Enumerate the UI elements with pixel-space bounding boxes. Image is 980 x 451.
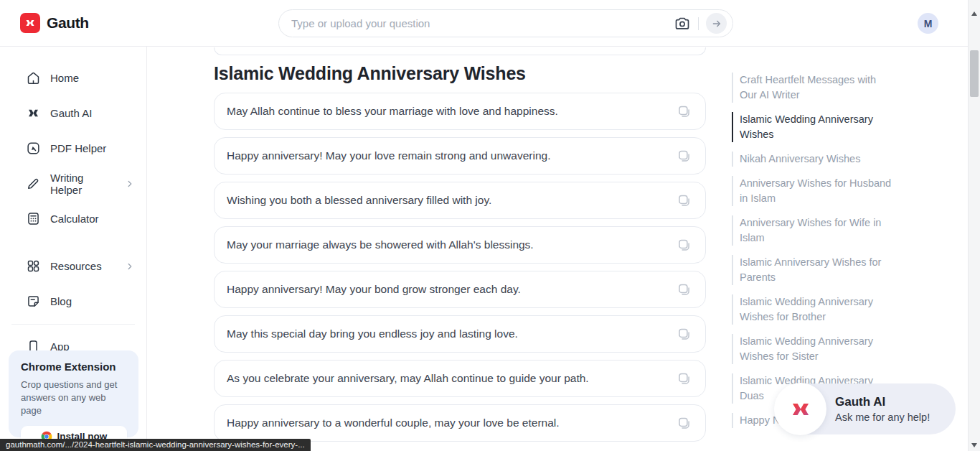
sidebar-item[interactable]: PDF Helper: [0, 131, 146, 166]
wish-text: Wishing you both a blessed anniversary f…: [227, 194, 491, 207]
camera-icon[interactable]: [674, 15, 691, 32]
sidebar-item[interactable]: Gauth AI: [0, 96, 146, 131]
search-bar[interactable]: [278, 9, 733, 37]
copy-button[interactable]: [677, 327, 692, 342]
wish-card: May your marriage always be showered wit…: [214, 226, 706, 264]
gauth-logo[interactable]: Gauth: [20, 13, 89, 33]
gauth-ai-icon: [26, 106, 41, 121]
copy-icon: [677, 238, 692, 253]
scrolled-card-edge: [214, 47, 706, 55]
sidebar-primary-nav: Home Gauth AI PDF Helper: [0, 60, 146, 236]
wish-text: As you celebrate your anniversary, may A…: [227, 372, 589, 385]
copy-icon: [677, 104, 692, 119]
scrollbar-up-arrow[interactable]: [971, 11, 977, 16]
copy-icon: [677, 149, 692, 164]
search-divider: [698, 17, 699, 30]
user-avatar[interactable]: M: [918, 13, 938, 34]
wish-card: Happy anniversary! May your love remain …: [214, 137, 706, 175]
wish-text: Happy anniversary to a wonderful couple,…: [227, 417, 560, 429]
sidebar-item-label: Home: [50, 72, 79, 84]
sidebar-item[interactable]: Blog: [0, 284, 146, 319]
browser-scrollbar[interactable]: [968, 0, 980, 451]
copy-icon: [677, 371, 692, 386]
gauth-logo-icon: [20, 13, 40, 33]
sidebar-divider: [11, 324, 135, 325]
left-sidebar: Home Gauth AI PDF Helper: [0, 47, 147, 451]
toc-item[interactable]: Craft Heartfelt Messages with Our AI Wri…: [732, 73, 895, 103]
copy-button[interactable]: [677, 149, 692, 164]
pdf-helper-icon: [26, 141, 41, 156]
toc-item[interactable]: Islamic Wedding Anniversary Wishes for S…: [732, 334, 895, 364]
sidebar-secondary-nav: Resources Blog: [0, 248, 146, 319]
sidebar-item[interactable]: Writing Helper: [0, 166, 146, 201]
main-content: Islamic Wedding Anniversary Wishes May A…: [214, 47, 706, 451]
copy-button[interactable]: [677, 238, 692, 253]
submit-question-button[interactable]: [706, 13, 727, 34]
copy-button[interactable]: [677, 282, 692, 297]
gauth-logo-text: Gauth: [47, 14, 89, 32]
copy-button[interactable]: [677, 193, 692, 208]
wish-text: May your marriage always be showered wit…: [227, 238, 534, 251]
arrow-right-icon: [711, 18, 722, 29]
search-input[interactable]: [291, 17, 666, 29]
copy-button[interactable]: [677, 371, 692, 386]
toc-item[interactable]: Islamic Anniversary Wishes for Parents: [732, 255, 895, 285]
top-header: Gauth M: [0, 0, 968, 47]
table-of-contents: Craft Heartfelt Messages with Our AI Wri…: [732, 73, 895, 428]
toc-item[interactable]: Nikah Anniversary Wishes: [732, 152, 895, 167]
chevron-right-icon: [125, 179, 135, 189]
extension-description: Crop questions and get answers on any we…: [21, 378, 127, 417]
wish-text: Happy anniversary! May your bond grow st…: [227, 283, 521, 296]
sidebar-item-label: Writing Helper: [50, 172, 116, 196]
wish-text: May Allah continue to bless your marriag…: [227, 105, 558, 118]
sidebar-item-label: Blog: [50, 295, 72, 307]
gauth-ai-chat-widget[interactable]: Gauth AI Ask me for any help!: [775, 383, 956, 434]
sidebar-item[interactable]: Resources: [0, 248, 146, 284]
status-url-tooltip: gauthmath.com/.../2024-heartfelt-islamic…: [0, 439, 311, 451]
toc-item[interactable]: Islamic Wedding Anniversary Wishes for B…: [732, 294, 895, 325]
resources-icon: [26, 259, 41, 274]
gauth-ai-logo: [774, 383, 826, 435]
wish-text: May this special day bring you endless j…: [227, 327, 518, 340]
wish-card: Happy anniversary! May your bond grow st…: [214, 271, 706, 308]
copy-icon: [677, 282, 692, 297]
chat-widget-title: Gauth AI: [835, 395, 930, 409]
wish-card: May this special day bring you endless j…: [214, 315, 706, 353]
chevron-right-icon: [125, 261, 135, 271]
home-icon: [26, 70, 41, 85]
page-title: Islamic Wedding Anniversary Wishes: [214, 63, 526, 84]
toc-item[interactable]: Anniversary Wishes for Wife in Islam: [732, 215, 895, 246]
wish-list: May Allah continue to bless your marriag…: [214, 93, 706, 442]
sidebar-item-label: PDF Helper: [50, 142, 106, 154]
sidebar-item[interactable]: Home: [0, 60, 146, 96]
chat-widget-subtitle: Ask me for any help!: [835, 412, 930, 423]
sidebar-item[interactable]: Calculator: [0, 201, 146, 236]
sidebar-item-label: Gauth AI: [50, 107, 92, 119]
blog-icon: [26, 294, 41, 309]
chat-widget-texts: Gauth AI Ask me for any help!: [835, 395, 930, 423]
scrollbar-thumb[interactable]: [970, 50, 979, 97]
copy-button[interactable]: [677, 104, 692, 119]
chrome-extension-card: Chrome Extension Crop questions and get …: [9, 350, 138, 437]
toc-item[interactable]: Anniversary Wishes for Husband in Islam: [732, 176, 895, 206]
copy-icon: [677, 327, 692, 342]
extension-title: Chrome Extension: [21, 361, 127, 373]
wish-text: Happy anniversary! May your love remain …: [227, 149, 550, 162]
toc-item[interactable]: Islamic Wedding Anniversary Wishes: [732, 112, 895, 142]
sidebar-item-label: Calculator: [50, 213, 99, 225]
copy-button[interactable]: [677, 416, 692, 431]
sidebar-item-label: Resources: [50, 260, 102, 272]
wish-card: Wishing you both a blessed anniversary f…: [214, 182, 706, 219]
wish-card: May Allah continue to bless your marriag…: [214, 93, 706, 130]
writing-helper-icon: [26, 176, 41, 191]
copy-icon: [677, 416, 692, 431]
scrollbar-down-arrow[interactable]: [971, 443, 977, 447]
copy-icon: [677, 193, 692, 208]
wish-card: Happy anniversary to a wonderful couple,…: [214, 404, 706, 442]
wish-card: As you celebrate your anniversary, may A…: [214, 360, 706, 397]
calculator-icon: [26, 211, 41, 226]
